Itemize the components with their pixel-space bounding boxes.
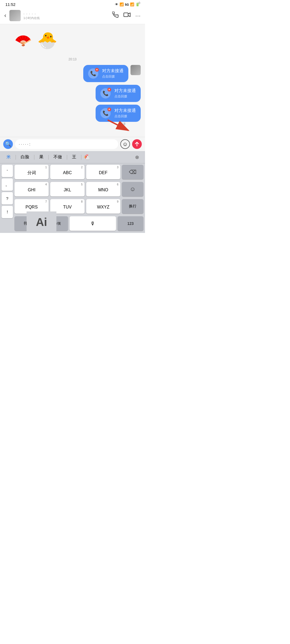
key-num-5: 5 [81, 183, 83, 186]
red-arrow [106, 119, 130, 132]
key-label-pqrs: PQRS [26, 205, 38, 210]
status-bar: 11:52 👁 📶 5G 📶 🔋 [0, 0, 145, 8]
call-text-2: 对方未接通 点击回拨 [114, 88, 136, 99]
status-time: 11:52 [5, 2, 16, 7]
msg-row: 📞 ✕ 对方未接通 点击回拨 [4, 65, 141, 82]
key-period[interactable]: 。 [2, 178, 13, 191]
suggestion-item-4[interactable]: 王 [69, 153, 79, 161]
key-6-mno[interactable]: 6 MNO [86, 182, 120, 196]
suggestion-item-1[interactable]: 白脸 [18, 153, 32, 161]
eye-icon: 👁 [115, 2, 118, 6]
suggestion-bar: 米 白脸 果 不做 王 🐔 ⊗ [0, 151, 145, 163]
key-num-8: 8 [81, 200, 83, 203]
key-num-6: 6 [117, 183, 118, 186]
key-exclaim[interactable]: ！ [2, 206, 13, 218]
more-button[interactable]: ··· [135, 13, 141, 19]
suggestion-divider-4 [81, 155, 81, 160]
message-input[interactable]: · · · · · : [15, 139, 118, 149]
keyboard-side-col: ' 。 ? ！ [0, 163, 13, 233]
sticker-chick: 🐣 [37, 30, 58, 51]
call-x-1: ✕ [95, 68, 99, 72]
key-label-wxyz: WXYZ [97, 205, 109, 210]
delete-key[interactable]: ⌫ [122, 165, 143, 179]
phone-icon-3: 📞 [103, 110, 108, 116]
msg-row-2: 📞 ✕ 对方未接通 点击回拨 [4, 85, 141, 102]
call-x-2: ✕ [107, 88, 111, 92]
suggestion-divider-0 [16, 155, 16, 160]
key-num-2: 2 [81, 166, 83, 169]
missed-call-bubble-1[interactable]: 📞 ✕ 对方未接通 点击回拨 [83, 65, 128, 82]
missed-call-sub-2: 点击回拨 [114, 94, 136, 99]
key-label-tuv: TUV [63, 205, 72, 210]
signal-icon: 📶 [130, 2, 134, 6]
online-status: 1小时内在线 [23, 16, 112, 20]
svg-line-2 [108, 120, 128, 130]
kb-row-1: 1 分词 2 ABC 3 DEF ⌫ [13, 163, 145, 181]
suggestion-item-3[interactable]: 不做 [51, 153, 65, 161]
missed-call-sub-1: 点击回拨 [102, 74, 124, 79]
key-question[interactable]: ? [2, 192, 13, 204]
keyboard-main: ' 。 ? ！ 1 分词 2 ABC 3 DEF ⌫ [0, 163, 145, 233]
newline-key[interactable]: 换行 [122, 199, 143, 214]
input-bar: 🔍 · · · · · : ☺ [0, 137, 145, 151]
zero-label: 0 [139, 1, 140, 5]
svg-rect-0 [124, 13, 128, 17]
key-2-abc[interactable]: 2 ABC [50, 165, 84, 179]
missed-call-main-3: 对方未接通 [114, 108, 136, 114]
key-label-mno: MNO [98, 188, 108, 192]
search-button[interactable]: 🔍 [3, 139, 13, 149]
nav-bar: ‹ · · · · · 1小时内在线 ··· [0, 8, 145, 24]
phone-icon-2: 📞 [103, 90, 108, 96]
send-button[interactable] [132, 139, 142, 149]
kb-row-2: 4 GHI 5 JKL 6 MNO ☺ [13, 181, 145, 198]
chat-area: 🪭 🐣 20:13 📞 ✕ 对方未接通 点击回拨 📞 ✕ 对方未接通 [0, 24, 145, 137]
mic-icon: 🎙 [90, 221, 95, 226]
key-label-ghi: GHI [28, 188, 35, 192]
key-num-1: 1 [45, 166, 47, 169]
suggestion-item-0[interactable]: 米 [4, 153, 13, 161]
key-label-abc: ABC [63, 170, 72, 175]
call-icon-2: 📞 ✕ [100, 88, 111, 98]
emoji-button[interactable]: ☺ [120, 139, 130, 149]
key-num-3: 3 [117, 166, 118, 169]
key-apostrophe[interactable]: ' [2, 165, 13, 177]
status-icons: 👁 📶 5G 📶 🔋 [115, 2, 140, 6]
key-label-fenci: 分词 [27, 170, 36, 176]
num-key[interactable]: 123 [118, 216, 143, 231]
key-4-ghi[interactable]: 4 GHI [15, 182, 49, 196]
suggestion-emoji[interactable]: 🐔 [84, 154, 90, 160]
suggestion-divider-2 [48, 155, 49, 160]
back-button[interactable]: ‹ [4, 12, 9, 19]
chat-timestamp: 20:13 [4, 57, 141, 61]
sender-avatar-1 [130, 65, 141, 75]
missed-call-main-2: 对方未接通 [114, 88, 136, 94]
call-icon-3: 📞 ✕ [100, 108, 111, 118]
phone-icon-1: 📞 [90, 71, 96, 76]
contact-info: · · · · · 1小时内在线 [23, 11, 112, 20]
sticker-row: 🪭 🐣 [4, 27, 141, 55]
key-3-def[interactable]: 3 DEF [86, 165, 120, 179]
suggestion-divider-3 [67, 155, 67, 160]
suggestion-divider-1 [34, 155, 34, 160]
emoji-keyboard-key[interactable]: ☺ [122, 182, 143, 196]
keyboard: ' 。 ? ！ 1 分词 2 ABC 3 DEF ⌫ [0, 163, 145, 233]
suggestion-item-2[interactable]: 果 [37, 153, 46, 161]
contact-name: · · · · · [23, 11, 112, 16]
search-icon: 🔍 [5, 141, 11, 147]
suggestion-delete-button[interactable]: ⊗ [133, 153, 141, 161]
key-9-wxyz[interactable]: 9 WXYZ [86, 199, 120, 214]
contact-avatar [9, 10, 21, 21]
space-key[interactable]: 🎙 0 [70, 216, 116, 231]
key-1-fenci[interactable]: 1 分词 [15, 165, 49, 179]
ai-label[interactable]: Ai [27, 211, 56, 233]
key-num-4: 4 [45, 183, 47, 186]
call-text-3: 对方未接通 点击回拨 [114, 108, 136, 119]
wifi-icon: 📶 [119, 2, 124, 6]
video-call-button[interactable] [124, 12, 130, 20]
network-label: 5G [125, 3, 129, 6]
input-text: · · · · · : [19, 142, 30, 146]
missed-call-bubble-2[interactable]: 📞 ✕ 对方未接通 点击回拨 [96, 85, 141, 102]
key-num-9: 9 [117, 200, 118, 203]
key-5-jkl[interactable]: 5 JKL [50, 182, 84, 196]
voice-call-button[interactable] [112, 12, 119, 20]
